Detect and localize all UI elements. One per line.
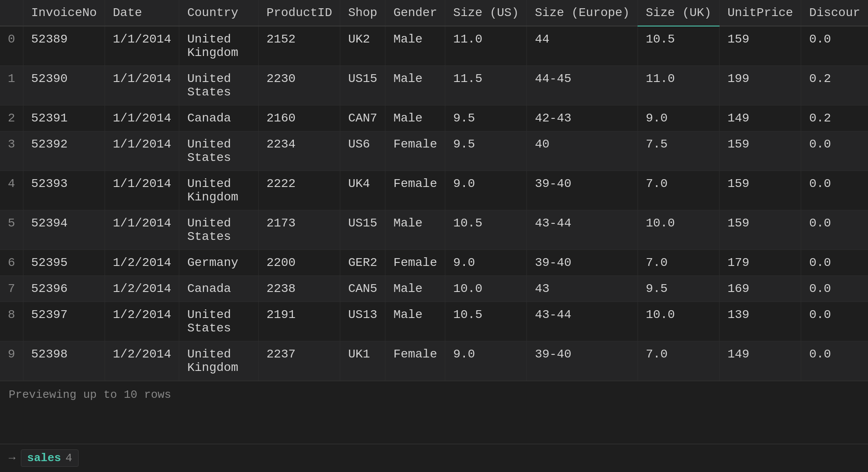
footer-arrow-icon: → (9, 452, 16, 465)
cell-sizeuk: 7.5 (638, 131, 719, 171)
cell-unitprice: 159 (720, 210, 801, 250)
cell-sizeeurope: 39-40 (527, 171, 638, 210)
cell-shop: UK2 (340, 26, 385, 66)
cell-sizeuk: 10.5 (638, 26, 719, 66)
cell-sizeus: 11.5 (445, 66, 527, 105)
cell-sizeuk: 7.0 (638, 341, 719, 381)
cell-productid: 2152 (258, 26, 340, 66)
cell-invoiceno: 52394 (23, 210, 105, 250)
cell-productid: 2234 (258, 131, 340, 171)
col-header-gender[interactable]: Gender (385, 0, 445, 26)
cell-unitprice: 169 (720, 276, 801, 302)
cell-shop: US6 (340, 131, 385, 171)
cell-gender: Female (385, 250, 445, 276)
footer-bar: → sales 4 (0, 444, 868, 472)
cell-invoiceno: 52389 (23, 26, 105, 66)
cell-gender: Male (385, 105, 445, 131)
cell-shop: US15 (340, 66, 385, 105)
cell-shop: UK1 (340, 341, 385, 381)
col-header-sizeeurope[interactable]: Size (Europe) (527, 0, 638, 26)
table-row: 5523941/1/2014United States2173US15Male1… (0, 210, 868, 250)
table-row: 4523931/1/2014United Kingdom2222UK4Femal… (0, 171, 868, 210)
cell-sizeuk: 11.0 (638, 66, 719, 105)
cell-index: 9 (0, 341, 23, 381)
cell-productid: 2191 (258, 302, 340, 341)
cell-gender: Male (385, 302, 445, 341)
cell-productid: 2230 (258, 66, 340, 105)
cell-country: Canada (179, 276, 258, 302)
cell-country: United States (179, 131, 258, 171)
cell-country: Germany (179, 250, 258, 276)
cell-date: 1/2/2014 (105, 250, 179, 276)
cell-index: 6 (0, 250, 23, 276)
table-row: 7523961/2/2014Canada2238CAN5Male10.0439.… (0, 276, 868, 302)
cell-invoiceno: 52391 (23, 105, 105, 131)
cell-country: United States (179, 210, 258, 250)
cell-invoiceno: 52392 (23, 131, 105, 171)
cell-discount: 0.0 (801, 210, 868, 250)
preview-text: Previewing up to 10 rows (0, 381, 868, 408)
cell-sizeeurope: 42-43 (527, 105, 638, 131)
cell-discount: 0.0 (801, 341, 868, 381)
col-header-index[interactable] (0, 0, 23, 26)
cell-sizeeurope: 44 (527, 26, 638, 66)
table-row: 0523891/1/2014United Kingdom2152UK2Male1… (0, 26, 868, 66)
col-header-unitprice[interactable]: UnitPrice (720, 0, 801, 26)
table-row: 9523981/2/2014United Kingdom2237UK1Femal… (0, 341, 868, 381)
cell-gender: Male (385, 210, 445, 250)
col-header-shop[interactable]: Shop (340, 0, 385, 26)
cell-index: 2 (0, 105, 23, 131)
cell-discount: 0.2 (801, 105, 868, 131)
cell-gender: Male (385, 26, 445, 66)
cell-invoiceno: 52396 (23, 276, 105, 302)
cell-productid: 2237 (258, 341, 340, 381)
table-row: 3523921/1/2014United States2234US6Female… (0, 131, 868, 171)
cell-sizeeurope: 40 (527, 131, 638, 171)
cell-index: 4 (0, 171, 23, 210)
col-header-productid[interactable]: ProductID (258, 0, 340, 26)
col-header-sizeuk[interactable]: Size (UK) (638, 0, 719, 26)
cell-unitprice: 159 (720, 131, 801, 171)
cell-productid: 2200 (258, 250, 340, 276)
col-header-sizeus[interactable]: Size (US) (445, 0, 527, 26)
cell-sizeeurope: 44-45 (527, 66, 638, 105)
cell-date: 1/1/2014 (105, 66, 179, 105)
cell-productid: 2222 (258, 171, 340, 210)
cell-invoiceno: 52397 (23, 302, 105, 341)
cell-sizeus: 9.0 (445, 341, 527, 381)
cell-productid: 2238 (258, 276, 340, 302)
cell-sizeus: 9.0 (445, 250, 527, 276)
cell-discount: 0.2 (801, 66, 868, 105)
cell-invoiceno: 52398 (23, 341, 105, 381)
cell-index: 3 (0, 131, 23, 171)
col-header-date[interactable]: Date (105, 0, 179, 26)
cell-country: United States (179, 66, 258, 105)
cell-unitprice: 199 (720, 66, 801, 105)
table-row: 6523951/2/2014Germany2200GER2Female9.039… (0, 250, 868, 276)
cell-shop: UK4 (340, 171, 385, 210)
cell-sizeus: 10.5 (445, 210, 527, 250)
cell-country: United Kingdom (179, 26, 258, 66)
cell-unitprice: 179 (720, 250, 801, 276)
cell-index: 7 (0, 276, 23, 302)
cell-discount: 0.0 (801, 26, 868, 66)
cell-date: 1/1/2014 (105, 105, 179, 131)
col-header-country[interactable]: Country (179, 0, 258, 26)
col-header-discount[interactable]: Discour (801, 0, 868, 26)
table-header-row: InvoiceNo Date Country ProductID Shop Ge… (0, 0, 868, 26)
col-header-invoiceno[interactable]: InvoiceNo (23, 0, 105, 26)
cell-discount: 0.0 (801, 302, 868, 341)
data-table: InvoiceNo Date Country ProductID Shop Ge… (0, 0, 868, 381)
cell-date: 1/2/2014 (105, 302, 179, 341)
table-row: 2523911/1/2014Canada2160CAN7Male9.542-43… (0, 105, 868, 131)
cell-sizeeurope: 43 (527, 276, 638, 302)
sales-tab[interactable]: sales 4 (21, 449, 79, 467)
cell-index: 5 (0, 210, 23, 250)
cell-country: United States (179, 302, 258, 341)
cell-productid: 2173 (258, 210, 340, 250)
cell-sizeuk: 7.0 (638, 250, 719, 276)
cell-sizeuk: 9.5 (638, 276, 719, 302)
cell-date: 1/2/2014 (105, 341, 179, 381)
cell-gender: Female (385, 131, 445, 171)
cell-index: 1 (0, 66, 23, 105)
